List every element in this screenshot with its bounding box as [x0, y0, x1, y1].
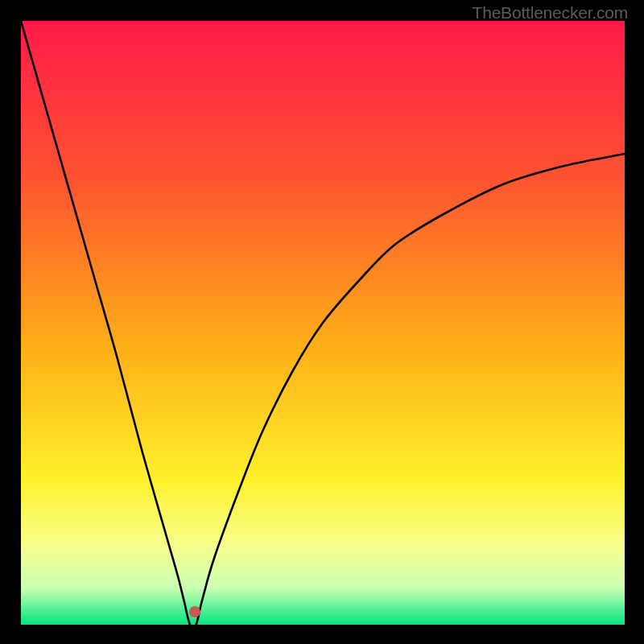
minimum-marker-dot	[189, 606, 200, 617]
attribution-text: TheBottlenecker.com	[473, 3, 628, 23]
bottleneck-curve-path	[21, 21, 625, 625]
curve-svg	[21, 21, 625, 625]
chart-plot-area	[21, 21, 625, 625]
